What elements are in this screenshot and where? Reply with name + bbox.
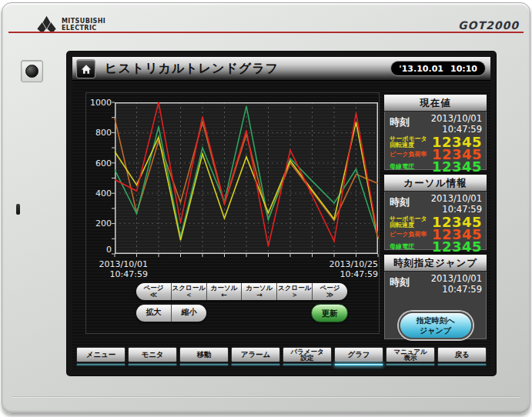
nav-item-alarm[interactable]: アラーム xyxy=(231,347,280,369)
screenshot-stage: MITSUBISHI ELECTRIC GOT2000 ヒストリカルトレンドグラ… xyxy=(0,0,532,417)
got2000-device-bezel: MITSUBISHI ELECTRIC GOT2000 ヒストリカルトレンドグラ… xyxy=(2,2,530,414)
nav-underline xyxy=(437,363,487,366)
hmi-display: ヒストリカルトレンドグラフ '13.10.01 10:10 1000 800 6… xyxy=(72,57,490,370)
nav-underline xyxy=(179,363,229,366)
scroll-back-button[interactable]: スクロール＜ xyxy=(172,283,207,300)
nav-item-graph[interactable]: グラフ xyxy=(334,347,383,369)
hmi-screen: ヒストリカルトレンドグラフ '13.10.01 10:10 1000 800 6… xyxy=(67,52,496,375)
bottom-navigation: メニュー モニタ 移動 アラーム xyxy=(76,347,487,369)
time-label: 時刻 xyxy=(390,274,410,289)
cursor-left-button[interactable]: カーソル← xyxy=(207,283,243,300)
current-value-panel-title: 現在値 xyxy=(384,95,487,112)
clock-date: '13.10.01 xyxy=(399,64,443,74)
time-label: 時刻 xyxy=(390,114,410,129)
nav-item-menu[interactable]: メニュー xyxy=(76,347,125,369)
bezel-slit xyxy=(16,204,20,215)
page-title: ヒストリカルトレンドグラフ xyxy=(105,61,279,77)
current-value-panel: 現在値 時刻 2013/10/0110:47:59 サーボモータ回転速度 123… xyxy=(383,94,487,171)
refresh-button[interactable]: 更新 xyxy=(311,304,348,322)
title-bar: ヒストリカルトレンドグラフ '13.10.01 10:10 xyxy=(72,57,490,81)
zoom-controls: 拡大 縮小 xyxy=(136,304,207,322)
graph-nav-controls: ページ≪ スクロール＜ カーソル← カーソル→ xyxy=(136,282,348,301)
time-value: 2013/10/0110:47:59 xyxy=(431,114,482,135)
x-axis-start-label: 2013/10/01 10:47:59 xyxy=(89,259,148,279)
y-tick: 800 xyxy=(86,128,112,138)
nav-underline-active xyxy=(334,363,383,366)
nav-item-move[interactable]: 移動 xyxy=(179,347,229,369)
trend-plot[interactable] xyxy=(115,102,378,254)
page-forward-button[interactable]: ページ≫ xyxy=(313,283,347,300)
nav-item-monitor[interactable]: モニタ xyxy=(128,347,177,369)
time-jump-panel-title: 時刻指定ジャンプ xyxy=(384,255,487,272)
home-button[interactable] xyxy=(76,59,95,78)
y-tick: 600 xyxy=(86,158,112,168)
page-back-button[interactable]: ページ≪ xyxy=(136,283,172,300)
nav-underline xyxy=(76,363,125,366)
metric-row-bus-voltage: 母線電圧 12345 xyxy=(390,241,482,253)
cursor-info-panel: カーソル情報 時刻 2013/10/0110:47:59 サーボモータ回転速度 … xyxy=(383,174,487,251)
nav-underline xyxy=(386,363,435,366)
time-label: 時刻 xyxy=(390,194,410,209)
brand-text: MITSUBISHI ELECTRIC xyxy=(62,18,105,32)
trend-graph-zone: 1000 800 600 400 200 0 2013/10/01 10:47:… xyxy=(85,92,380,334)
home-icon xyxy=(81,64,92,75)
nav-item-manual-display[interactable]: マニュアル表示 xyxy=(386,347,435,369)
metric-row-bus-voltage: 母線電圧 12345 xyxy=(390,161,482,173)
time-jump-panel: 時刻指定ジャンプ 時刻 2013/10/0110:47:59 指定時刻へジャンプ xyxy=(383,254,487,340)
y-tick: 200 xyxy=(86,219,112,229)
x-axis-end-label: 2013/10/25 10:47:59 xyxy=(320,259,378,279)
scroll-forward-button[interactable]: スクロール＞ xyxy=(277,283,313,300)
time-value: 2013/10/0110:47:59 xyxy=(431,274,482,295)
zoom-in-button[interactable]: 拡大 xyxy=(136,305,172,322)
got2000-logo: GOT2000 xyxy=(458,19,519,32)
clock-display: '13.10.01 10:10 xyxy=(390,61,486,76)
clock-time: 10:10 xyxy=(450,64,477,74)
y-tick: 1000 xyxy=(86,98,112,108)
nav-underline xyxy=(231,363,280,366)
nav-underline xyxy=(283,363,332,366)
zoom-out-button[interactable]: 縮小 xyxy=(172,305,206,322)
bezel-red-stripe xyxy=(8,32,524,33)
y-tick: 400 xyxy=(86,188,112,198)
y-axis-labels: 1000 800 600 400 200 0 xyxy=(86,93,112,262)
time-value: 2013/10/0110:47:59 xyxy=(431,194,482,215)
nav-item-back[interactable]: 戻る xyxy=(437,347,487,369)
bezel-button-dot xyxy=(25,65,38,78)
nav-underline xyxy=(128,363,177,366)
cursor-right-button[interactable]: カーソル→ xyxy=(242,283,277,300)
jump-to-time-button[interactable]: 指定時刻へジャンプ xyxy=(399,312,473,339)
y-tick: 0 xyxy=(86,245,112,255)
cursor-info-panel-title: カーソル情報 xyxy=(384,175,487,192)
bezel-power-button[interactable] xyxy=(21,60,43,82)
nav-item-parameter-settings[interactable]: パラメータ設定 xyxy=(283,347,332,369)
